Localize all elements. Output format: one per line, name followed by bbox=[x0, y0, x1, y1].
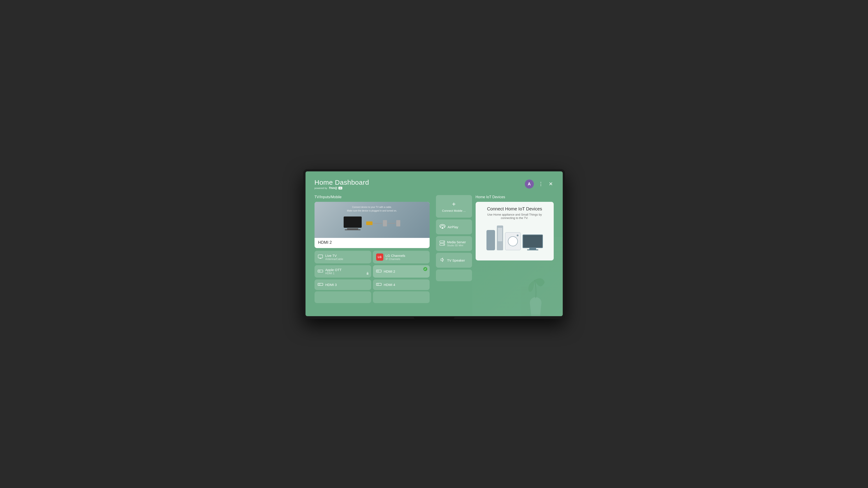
hdmi3-text: HDMI 3 bbox=[326, 283, 337, 287]
hdmi3-name: HDMI 3 bbox=[326, 283, 337, 287]
tv-icon bbox=[318, 254, 323, 260]
connect-stub bbox=[436, 269, 472, 281]
live-tv-sub: Antenna/Cable bbox=[326, 258, 343, 261]
right-panel: + Connect Mobile ... bbox=[436, 195, 554, 303]
hdmi2-name: HDMI 2 bbox=[384, 269, 395, 273]
powered-by-text: powered by bbox=[314, 187, 328, 189]
tv-speaker-label: TV Speaker bbox=[447, 258, 465, 262]
svg-rect-13 bbox=[376, 283, 381, 286]
apple-ott-text: Apple OTT HDMI 1 bbox=[326, 268, 342, 275]
tv-inputs-section-title: TV/Inputs/Mobile bbox=[314, 195, 430, 199]
iot-card-subtitle: Use Home appliance and Small Things by c… bbox=[481, 213, 548, 220]
hdmi4-name: HDMI 4 bbox=[384, 283, 395, 287]
lg-channels-sub: IP Channels bbox=[385, 258, 405, 261]
svg-point-19 bbox=[443, 241, 444, 242]
svg-marker-16 bbox=[441, 227, 443, 229]
plus-icon: + bbox=[452, 200, 456, 208]
hdmi4-icon bbox=[376, 282, 381, 287]
hdmi4-text: HDMI 4 bbox=[384, 283, 395, 287]
lg-channels-icon: LG bbox=[376, 254, 383, 261]
input-card-live-tv[interactable]: Live TV Antenna/Cable bbox=[314, 251, 371, 263]
hdmi2-text: HDMI 2 bbox=[384, 269, 395, 273]
tv-screen: Home Dashboard powered by ThinQ AI A ⋮ ✕ bbox=[306, 171, 563, 316]
left-panel: TV/Inputs/Mobile Connect device to your … bbox=[314, 195, 430, 303]
airplay-card[interactable]: AirPlay bbox=[436, 220, 472, 234]
lock-icon bbox=[366, 272, 369, 276]
header-title-area: Home Dashboard powered by ThinQ AI bbox=[314, 178, 369, 190]
iot-section: Home IoT Devices Connect Home IoT Device… bbox=[476, 195, 554, 281]
iot-section-title: Home IoT Devices bbox=[476, 195, 554, 199]
media-server-text: Media Server Studio 3D Mini bbox=[447, 240, 466, 247]
scroll-stub-1 bbox=[314, 291, 371, 303]
more-icon: ⋮ bbox=[538, 181, 543, 187]
tv-speaker-card[interactable]: TV Speaker bbox=[436, 253, 472, 268]
svg-rect-6 bbox=[367, 273, 368, 275]
featured-card-label: HDMI 2 bbox=[314, 238, 430, 248]
airplay-icon bbox=[439, 224, 445, 230]
smart-speaker-device bbox=[487, 230, 495, 250]
lg-channels-text: LG Channels IP Channels bbox=[385, 254, 405, 261]
active-indicator: ✓ bbox=[423, 267, 427, 271]
hdmi-icon-apple bbox=[318, 269, 323, 274]
media-server-icon bbox=[439, 240, 445, 247]
svg-rect-0 bbox=[318, 255, 323, 258]
input-card-hdmi4[interactable]: HDMI 4 bbox=[373, 280, 430, 290]
content-layout: TV/Inputs/Mobile Connect device to your … bbox=[314, 195, 554, 303]
media-server-label: Media Server bbox=[447, 240, 466, 244]
hdmi2-icon bbox=[376, 269, 381, 274]
input-card-lg-channels[interactable]: LG LG Channels IP Channels bbox=[373, 251, 430, 263]
close-icon: ✕ bbox=[549, 181, 553, 187]
speaker-icon bbox=[439, 257, 445, 263]
apple-ott-name: Apple OTT bbox=[326, 268, 342, 272]
featured-caption-line1: Connect device to your TV with a cable. bbox=[352, 206, 392, 208]
tv-stand-area bbox=[306, 316, 563, 319]
tv-stand-base bbox=[414, 317, 455, 319]
media-server-card[interactable]: Media Server Studio 3D Mini bbox=[436, 236, 472, 251]
media-server-sub: Studio 3D Mini bbox=[447, 244, 466, 247]
ai-badge: AI bbox=[338, 187, 342, 189]
live-tv-name: Live TV bbox=[326, 254, 343, 258]
washing-machine-device bbox=[505, 232, 521, 250]
svg-rect-3 bbox=[318, 270, 323, 272]
thinq-brand: ThinQ bbox=[329, 186, 337, 190]
input-card-hdmi2[interactable]: HDMI 2 ✓ bbox=[373, 265, 430, 278]
connect-mobile-card[interactable]: + Connect Mobile ... bbox=[436, 195, 472, 218]
connect-mobile-label: Connect Mobile ... bbox=[442, 209, 466, 213]
powered-by-row: powered by ThinQ AI bbox=[314, 186, 369, 190]
close-button[interactable]: ✕ bbox=[548, 180, 554, 188]
avatar-button[interactable]: A bbox=[525, 180, 534, 189]
scroll-stub-2 bbox=[373, 291, 430, 303]
featured-caption-line2: Make sure the device is plugged in and t… bbox=[347, 209, 397, 212]
header-controls: A ⋮ ✕ bbox=[525, 180, 554, 189]
iot-card-title: Connect Home IoT Devices bbox=[481, 206, 548, 212]
ac-device bbox=[497, 226, 503, 250]
scroll-hint bbox=[314, 291, 430, 303]
input-card-hdmi3[interactable]: HDMI 3 bbox=[314, 280, 371, 290]
lg-channels-name: LG Channels bbox=[385, 254, 405, 258]
dashboard-container: Home Dashboard powered by ThinQ AI A ⋮ ✕ bbox=[306, 171, 563, 316]
connect-column: + Connect Mobile ... bbox=[436, 195, 472, 281]
live-tv-text: Live TV Antenna/Cable bbox=[326, 254, 343, 261]
apple-ott-sub: HDMI 1 bbox=[326, 272, 342, 275]
header: Home Dashboard powered by ThinQ AI A ⋮ ✕ bbox=[314, 178, 554, 190]
svg-rect-10 bbox=[318, 283, 323, 286]
tv-frame: Home Dashboard powered by ThinQ AI A ⋮ ✕ bbox=[303, 169, 565, 319]
svg-rect-7 bbox=[376, 270, 381, 272]
input-card-apple-ott[interactable]: Apple OTT HDMI 1 bbox=[314, 265, 371, 278]
flat-tv-device bbox=[523, 234, 543, 250]
svg-point-20 bbox=[443, 244, 444, 245]
airplay-label: AirPlay bbox=[448, 225, 459, 229]
inputs-grid: Live TV Antenna/Cable LG LG Channels bbox=[314, 251, 430, 290]
iot-card[interactable]: Connect Home IoT Devices Use Home applia… bbox=[476, 202, 554, 260]
iot-devices-illustration bbox=[481, 223, 548, 253]
more-options-button[interactable]: ⋮ bbox=[537, 180, 544, 188]
page-title: Home Dashboard bbox=[314, 178, 369, 186]
featured-card-image: Connect device to your TV with a cable. … bbox=[314, 202, 430, 238]
right-content: + Connect Mobile ... bbox=[436, 195, 554, 281]
svg-marker-21 bbox=[441, 258, 443, 262]
featured-hdmi-card[interactable]: Connect device to your TV with a cable. … bbox=[314, 202, 430, 248]
hdmi3-icon bbox=[318, 282, 323, 287]
